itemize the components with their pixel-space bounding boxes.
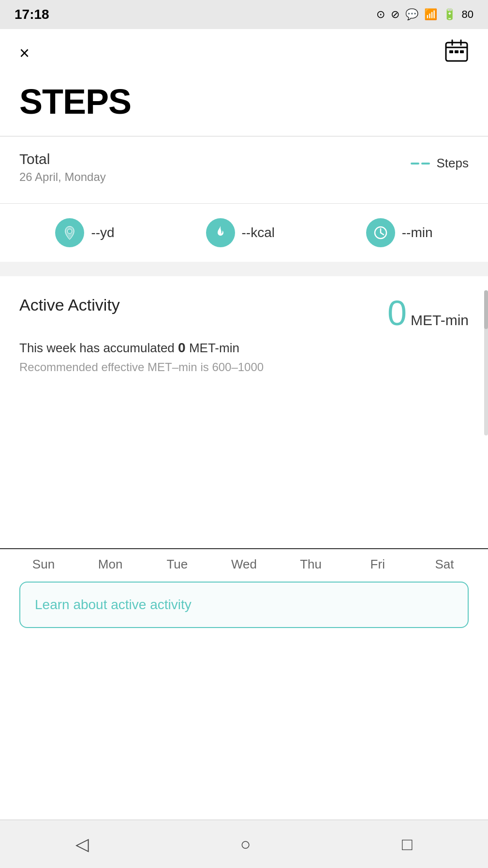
day-sat: Sat xyxy=(420,557,469,572)
active-activity-section: Active Activity 0 MET-min This week has … xyxy=(0,276,488,384)
stats-row: --yd --kcal --min xyxy=(0,203,488,262)
total-header: Total 26 April, Monday Steps xyxy=(19,151,469,184)
chart-area xyxy=(0,384,488,539)
back-button[interactable]: ◁ xyxy=(75,834,89,854)
close-button[interactable]: × xyxy=(19,45,30,62)
day-labels: Sun Mon Tue Wed Thu Fri Sat xyxy=(0,548,488,572)
home-button[interactable]: ○ xyxy=(240,834,251,854)
total-info: Total 26 April, Monday xyxy=(19,151,106,184)
legend-dash-icon xyxy=(411,163,430,165)
day-thu: Thu xyxy=(287,557,335,572)
top-nav: × xyxy=(0,29,488,72)
svg-rect-5 xyxy=(455,50,458,53)
clock-icon xyxy=(366,218,395,247)
battery-icon: 🔋 xyxy=(443,8,456,21)
stat-time: --min xyxy=(366,218,433,247)
bottom-nav: ◁ ○ □ xyxy=(0,820,488,868)
status-time: 17:18 xyxy=(15,7,49,22)
day-mon: Mon xyxy=(86,557,134,572)
day-fri: Fri xyxy=(354,557,402,572)
stat-calories-value: --kcal xyxy=(242,225,275,240)
status-icons: ⊙ ⊘ 💬 📶 🔋 80 xyxy=(376,8,473,21)
location-icon xyxy=(55,218,84,247)
day-sun: Sun xyxy=(19,557,68,572)
recommended-text: Recommended effective MET–min is 600–100… xyxy=(19,360,469,374)
scrollbar[interactable] xyxy=(484,290,488,435)
fire-icon xyxy=(206,218,235,247)
calendar-button[interactable] xyxy=(444,39,469,67)
message-icon: 💬 xyxy=(405,8,418,21)
wifi-icon: 📶 xyxy=(424,8,437,21)
week-value: 0 xyxy=(178,340,186,355)
section-separator xyxy=(0,262,488,276)
met-value-large: 0 xyxy=(387,296,407,330)
week-accumulated: This week has accumulated 0 MET-min xyxy=(19,340,469,356)
status-bar: 17:18 ⊙ ⊘ 💬 📶 🔋 80 xyxy=(0,0,488,29)
stat-distance: --yd xyxy=(55,218,114,247)
svg-point-8 xyxy=(68,229,72,233)
recent-button[interactable]: □ xyxy=(402,834,413,854)
steps-legend: Steps xyxy=(411,156,469,171)
week-text: This week has accumulated xyxy=(19,341,175,355)
total-date: 26 April, Monday xyxy=(19,170,106,184)
week-unit: MET-min xyxy=(189,341,239,355)
svg-rect-4 xyxy=(449,50,453,53)
stat-distance-value: --yd xyxy=(91,225,114,240)
active-activity-title: Active Activity xyxy=(19,296,120,314)
met-right: 0 MET-min xyxy=(387,296,469,330)
total-label: Total xyxy=(19,151,106,167)
calendar-icon xyxy=(444,39,469,63)
learn-link[interactable]: Learn about active activity xyxy=(35,597,192,612)
alarm-icon: ⊙ xyxy=(376,8,385,21)
active-header: Active Activity 0 MET-min xyxy=(19,296,469,330)
stat-calories: --kcal xyxy=(206,218,275,247)
day-tue: Tue xyxy=(153,557,201,572)
total-section: Total 26 April, Monday Steps xyxy=(0,136,488,194)
battery-level: 80 xyxy=(462,8,473,21)
svg-rect-6 xyxy=(460,50,464,53)
svg-line-11 xyxy=(381,233,384,235)
scrollbar-thumb[interactable] xyxy=(484,290,488,329)
day-wed: Wed xyxy=(220,557,268,572)
learn-card[interactable]: Learn about active activity xyxy=(19,582,469,628)
legend-label: Steps xyxy=(437,156,469,171)
met-unit-label: MET-min xyxy=(411,312,469,329)
page-title: STEPS xyxy=(0,72,488,136)
sync-icon: ⊘ xyxy=(391,8,399,21)
stat-time-value: --min xyxy=(402,225,433,240)
